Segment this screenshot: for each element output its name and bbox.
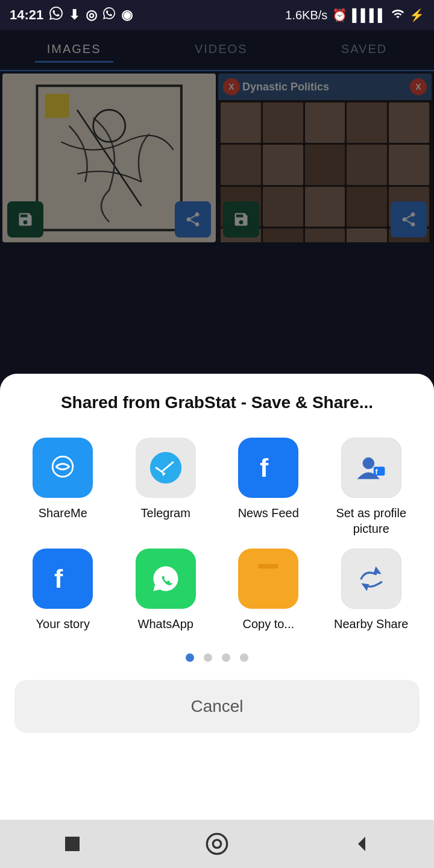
copyto-icon [238,549,298,609]
status-right: 1.6KB/s ⏰ ▌▌▌▌ ⚡ [285,7,424,24]
svg-point-15 [213,840,221,848]
share-sheet: Shared from GrabStat - Save & Share... S… [0,374,434,868]
svg-text:f: f [260,453,269,482]
dot-4 [240,653,248,662]
status-bar: 14:21 ⬇ ◎ ◉ 1.6KB/s ⏰ ▌▌▌▌ ⚡ [0,0,434,30]
nav-bar [0,820,434,868]
svg-rect-13 [65,837,80,851]
share-item-copyto[interactable]: Copy to... [220,549,317,632]
telegram-label: Telegram [141,505,190,521]
share-item-nearby[interactable]: Nearby Share [323,549,420,632]
share-sheet-title: Shared from GrabStat - Save & Share... [14,392,420,414]
alarm-icon: ⏰ [332,8,347,22]
svg-rect-12 [258,564,278,568]
whatsapp2-icon [103,7,115,23]
signal-icon: ▌▌▌▌ [352,8,386,22]
status-left: 14:21 ⬇ ◎ ◉ [10,7,133,24]
wifi-icon [391,7,404,24]
home-button[interactable] [202,829,232,859]
yourstory-label: Your story [36,616,90,632]
pagination-dots [14,653,420,662]
back-button[interactable] [347,829,377,859]
telegram-icon [136,438,196,498]
whatsapp-label: WhatsApp [138,616,193,632]
newsfeed-icon: f [238,438,298,498]
svg-marker-16 [358,837,365,851]
svg-point-14 [207,834,227,854]
setprofile-icon: f [341,438,401,498]
location-icon: ◎ [86,7,97,23]
stop-button[interactable] [57,829,87,859]
share-item-yourstory[interactable]: f Your story [14,549,112,632]
dot-1 [186,653,194,662]
whatsapp-icon [136,549,196,609]
dot-3 [222,653,230,662]
svg-text:f: f [54,564,63,593]
nearby-label: Nearby Share [334,616,408,632]
battery-icon: ⚡ [409,8,424,22]
shareme-label: ShareMe [39,505,87,521]
circle-icon: ◉ [121,7,133,23]
share-item-newsfeed[interactable]: f News Feed [220,438,317,536]
download-icon: ⬇ [69,7,80,23]
newsfeed-label: News Feed [238,505,299,521]
setprofile-label: Set as profile picture [323,505,420,536]
share-item-whatsapp[interactable]: WhatsApp [118,549,215,632]
share-item-setprofile[interactable]: f Set as profile picture [323,438,420,536]
dark-overlay [0,0,434,386]
shareme-icon [33,438,93,498]
cancel-button[interactable]: Cancel [14,680,420,733]
svg-rect-11 [254,568,283,593]
time: 14:21 [10,7,43,23]
nearby-icon [341,549,401,609]
whatsapp-icon [49,7,63,24]
yourstory-icon: f [33,549,93,609]
dot-2 [204,653,212,662]
share-app-grid: ShareMe Telegram f News Feed [14,438,420,632]
speed-indicator: 1.6KB/s [285,8,327,22]
share-item-telegram[interactable]: Telegram [118,438,215,536]
share-item-shareme[interactable]: ShareMe [14,438,112,536]
copyto-label: Copy to... [242,616,294,632]
svg-point-7 [363,458,374,470]
